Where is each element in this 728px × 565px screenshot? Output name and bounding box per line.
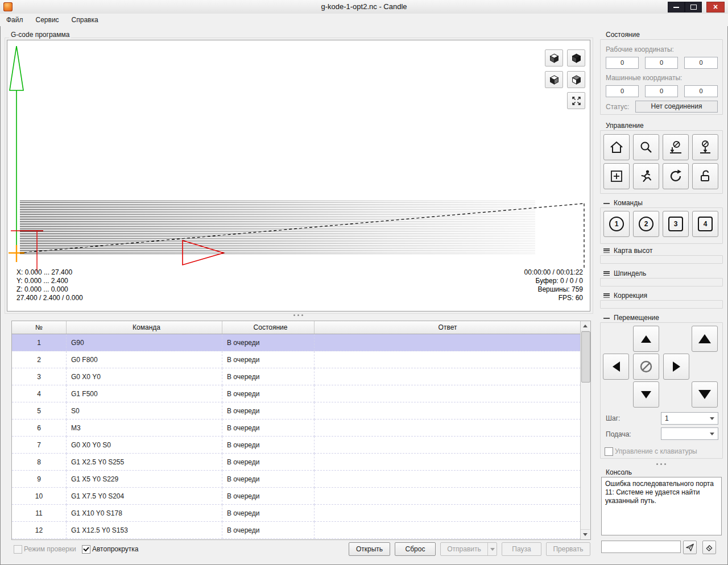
window-title: g-kode-1-opt2.nc - Candle [0, 2, 728, 11]
table-row[interactable]: 11 G1 X10 Y0 S178 В очереди [12, 505, 581, 522]
close-icon: × [713, 3, 718, 11]
work-z-field: 0 [684, 57, 718, 69]
commands-collapse-button[interactable] [603, 203, 610, 204]
view-cube-iso-icon [572, 53, 581, 63]
spindle-panel-title: Шпиндель [613, 269, 647, 277]
send-dropdown-button[interactable] [487, 543, 497, 555]
row-number: 3 [12, 368, 67, 385]
table-scrollbar[interactable] [580, 321, 590, 539]
view-isometric-button[interactable] [567, 49, 585, 67]
autoscroll-checkbox[interactable] [82, 545, 90, 554]
right-splitter-handle[interactable] [650, 463, 672, 465]
row-command: G1 X12.5 Y0 S153 [67, 522, 222, 539]
jog-z-minus-button[interactable] [692, 381, 718, 408]
command-4-icon: 4 [698, 217, 713, 231]
console-send-button[interactable] [683, 541, 697, 554]
menu-help[interactable]: Справка [65, 14, 105, 26]
heightmap-panel-title: Карта высот [613, 247, 653, 255]
send-button[interactable]: Отправить [440, 542, 497, 556]
row-state: В очереди [222, 419, 315, 437]
row-command: G1 X2.5 Y0 S255 [67, 454, 222, 471]
machine-coords-label: Машинные координаты: [606, 74, 682, 82]
gcode-group-title: G-code программа [9, 31, 71, 39]
jog-collapse-button[interactable] [603, 318, 610, 319]
menu-service[interactable]: Сервис [30, 14, 65, 26]
toolpath-overlay [7, 40, 590, 311]
title-bar[interactable]: g-kode-1-opt2.nc - Candle × [0, 0, 728, 14]
row-command: G1 X10 Y0 S178 [67, 505, 222, 522]
maximize-button[interactable] [685, 2, 702, 13]
table-row[interactable]: 6 M3 В очереди [12, 419, 581, 437]
jog-x-minus-button[interactable] [603, 354, 629, 380]
table-row[interactable]: 2 G0 F800 В очереди [12, 351, 581, 368]
main-splitter-handle[interactable] [284, 314, 312, 316]
check-mode-checkbox[interactable] [14, 545, 22, 554]
view-front-button[interactable] [545, 71, 563, 88]
probe-button[interactable] [633, 134, 659, 160]
abort-button[interactable]: Прервать [546, 542, 590, 556]
user-command-4-button[interactable]: 4 [692, 211, 718, 237]
jog-up-icon [641, 335, 651, 343]
restore-origin-button[interactable] [603, 163, 630, 189]
scroll-down-button[interactable] [581, 529, 590, 539]
jog-z-up-icon [698, 334, 711, 343]
unlock-button[interactable] [692, 163, 718, 189]
minimize-button[interactable] [668, 2, 685, 13]
jog-y-plus-button[interactable] [633, 326, 659, 352]
jog-y-minus-button[interactable] [633, 381, 659, 408]
user-command-2-button[interactable]: 2 [633, 211, 659, 237]
row-number: 10 [12, 488, 67, 505]
spindle-expand-button[interactable] [603, 271, 610, 276]
console-input[interactable] [601, 541, 681, 553]
zero-z-button[interactable] [692, 134, 718, 160]
row-command: G1 F500 [67, 385, 222, 402]
scroll-up-icon [583, 325, 588, 327]
row-number: 9 [12, 471, 67, 488]
jog-stop-button[interactable] [633, 354, 659, 380]
menu-file[interactable]: Файл [0, 14, 30, 26]
user-command-1-button[interactable]: 1 [603, 211, 630, 237]
heightmap-expand-button[interactable] [603, 248, 610, 253]
keyboard-control-checkbox[interactable] [605, 447, 613, 456]
correction-expand-button[interactable] [603, 293, 610, 298]
step-combobox[interactable]: 1 [661, 412, 718, 425]
safe-position-button[interactable] [633, 163, 659, 189]
user-command-3-button[interactable]: 3 [663, 211, 689, 237]
toolpath-canvas[interactable]: X: 0.000 ... 27.400 Y: 0.000 ... 2.400 Z… [7, 40, 590, 311]
jog-z-plus-button[interactable] [692, 326, 718, 352]
table-row[interactable]: 12 G1 X12.5 Y0 S153 В очереди [12, 522, 581, 539]
open-button[interactable]: Открыть [349, 542, 390, 556]
table-row[interactable]: 8 G1 X2.5 Y0 S255 В очереди [12, 454, 581, 471]
console-clear-button[interactable] [702, 541, 716, 554]
fit-view-button[interactable] [567, 92, 585, 109]
machine-x-field: 0 [606, 85, 639, 97]
view-top-button[interactable] [545, 49, 563, 67]
jog-stop-icon [639, 360, 653, 373]
row-response [315, 437, 581, 454]
table-row[interactable]: 3 G0 X0 Y0 В очереди [12, 368, 581, 385]
view-side-button[interactable] [567, 71, 585, 88]
scroll-thumb[interactable] [581, 331, 590, 383]
table-row[interactable]: 5 S0 В очереди [12, 402, 581, 419]
home-button[interactable] [603, 134, 630, 160]
view-cube-side-icon [572, 75, 581, 85]
row-state: В очереди [222, 334, 315, 351]
scroll-up-button[interactable] [581, 321, 590, 331]
keyboard-control-label: Управление с клавиатуры [615, 447, 697, 455]
row-response [315, 471, 581, 488]
row-command: M3 [67, 419, 222, 437]
feed-combobox[interactable] [661, 427, 718, 440]
table-row[interactable]: 7 G0 X0 Y0 S0 В очереди [12, 437, 581, 454]
table-row[interactable]: 10 G1 X7.5 Y0 S204 В очереди [12, 488, 581, 505]
reset-button[interactable] [663, 163, 689, 189]
table-row[interactable]: 1 G90 В очереди [12, 334, 581, 351]
reset-file-button[interactable]: Сброс [395, 542, 436, 556]
zero-xy-button[interactable] [663, 134, 689, 160]
table-row[interactable]: 4 G1 F500 В очереди [12, 385, 581, 402]
safe-position-icon [639, 169, 653, 184]
pause-button[interactable]: Пауза [502, 542, 541, 556]
close-button[interactable]: × [706, 2, 725, 13]
table-row[interactable]: 9 G1 X5 Y0 S229 В очереди [12, 471, 581, 488]
jog-x-plus-button[interactable] [663, 354, 689, 380]
probe-icon [639, 140, 653, 155]
